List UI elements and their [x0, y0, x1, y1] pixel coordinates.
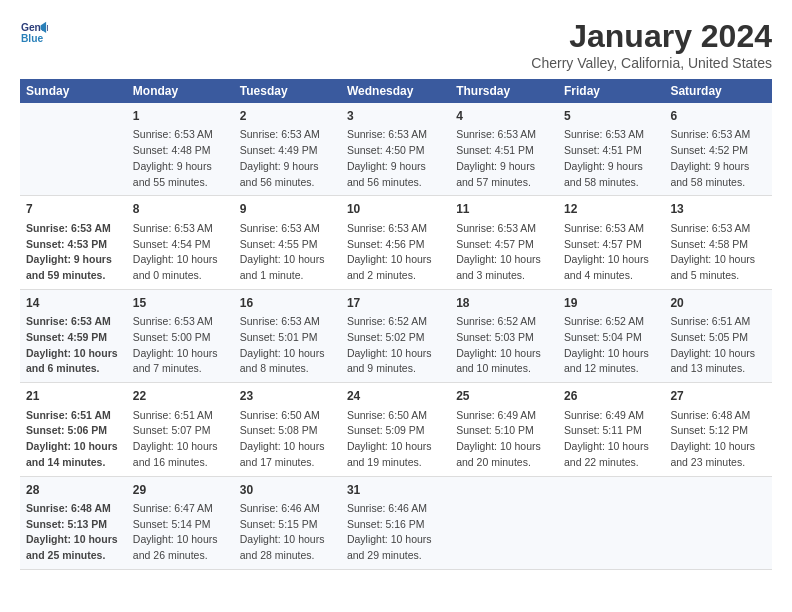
day-info: Sunrise: 6:48 AMSunset: 5:13 PMDaylight:…: [26, 501, 121, 564]
day-info: Sunrise: 6:53 AMSunset: 4:51 PMDaylight:…: [564, 127, 658, 190]
day-cell: 17Sunrise: 6:52 AMSunset: 5:02 PMDayligh…: [341, 289, 450, 382]
day-cell: 4Sunrise: 6:53 AMSunset: 4:51 PMDaylight…: [450, 103, 558, 196]
day-info: Sunrise: 6:53 AMSunset: 4:48 PMDaylight:…: [133, 127, 228, 190]
day-info: Sunrise: 6:50 AMSunset: 5:08 PMDaylight:…: [240, 408, 335, 471]
day-number: 26: [564, 388, 658, 405]
day-number: 11: [456, 201, 552, 218]
day-info: Sunrise: 6:51 AMSunset: 5:05 PMDaylight:…: [670, 314, 766, 377]
day-number: 24: [347, 388, 444, 405]
day-number: 23: [240, 388, 335, 405]
day-cell: 27Sunrise: 6:48 AMSunset: 5:12 PMDayligh…: [664, 383, 772, 476]
day-number: 27: [670, 388, 766, 405]
day-cell: 23Sunrise: 6:50 AMSunset: 5:08 PMDayligh…: [234, 383, 341, 476]
day-cell: 1Sunrise: 6:53 AMSunset: 4:48 PMDaylight…: [127, 103, 234, 196]
week-row-5: 28Sunrise: 6:48 AMSunset: 5:13 PMDayligh…: [20, 476, 772, 569]
day-number: 14: [26, 295, 121, 312]
day-info: Sunrise: 6:53 AMSunset: 4:57 PMDaylight:…: [564, 221, 658, 284]
day-cell: 25Sunrise: 6:49 AMSunset: 5:10 PMDayligh…: [450, 383, 558, 476]
day-info: Sunrise: 6:46 AMSunset: 5:16 PMDaylight:…: [347, 501, 444, 564]
day-cell: 31Sunrise: 6:46 AMSunset: 5:16 PMDayligh…: [341, 476, 450, 569]
day-info: Sunrise: 6:52 AMSunset: 5:02 PMDaylight:…: [347, 314, 444, 377]
day-cell: 29Sunrise: 6:47 AMSunset: 5:14 PMDayligh…: [127, 476, 234, 569]
day-number: 1: [133, 108, 228, 125]
day-cell: [664, 476, 772, 569]
day-info: Sunrise: 6:51 AMSunset: 5:07 PMDaylight:…: [133, 408, 228, 471]
col-header-sunday: Sunday: [20, 79, 127, 103]
day-number: 16: [240, 295, 335, 312]
day-number: 8: [133, 201, 228, 218]
day-cell: 21Sunrise: 6:51 AMSunset: 5:06 PMDayligh…: [20, 383, 127, 476]
day-info: Sunrise: 6:53 AMSunset: 4:58 PMDaylight:…: [670, 221, 766, 284]
day-cell: 15Sunrise: 6:53 AMSunset: 5:00 PMDayligh…: [127, 289, 234, 382]
day-cell: 5Sunrise: 6:53 AMSunset: 4:51 PMDaylight…: [558, 103, 664, 196]
day-number: 18: [456, 295, 552, 312]
day-number: 25: [456, 388, 552, 405]
day-cell: 22Sunrise: 6:51 AMSunset: 5:07 PMDayligh…: [127, 383, 234, 476]
page-container: General Blue January 2024 Cherry Valley,…: [0, 0, 792, 580]
day-number: 22: [133, 388, 228, 405]
day-info: Sunrise: 6:53 AMSunset: 4:49 PMDaylight:…: [240, 127, 335, 190]
day-number: 31: [347, 482, 444, 499]
day-number: 12: [564, 201, 658, 218]
day-cell: 26Sunrise: 6:49 AMSunset: 5:11 PMDayligh…: [558, 383, 664, 476]
day-cell: 2Sunrise: 6:53 AMSunset: 4:49 PMDaylight…: [234, 103, 341, 196]
day-number: 17: [347, 295, 444, 312]
day-number: 20: [670, 295, 766, 312]
week-row-3: 14Sunrise: 6:53 AMSunset: 4:59 PMDayligh…: [20, 289, 772, 382]
week-row-4: 21Sunrise: 6:51 AMSunset: 5:06 PMDayligh…: [20, 383, 772, 476]
day-number: 10: [347, 201, 444, 218]
day-info: Sunrise: 6:53 AMSunset: 4:50 PMDaylight:…: [347, 127, 444, 190]
day-info: Sunrise: 6:53 AMSunset: 4:57 PMDaylight:…: [456, 221, 552, 284]
col-header-thursday: Thursday: [450, 79, 558, 103]
day-cell: 10Sunrise: 6:53 AMSunset: 4:56 PMDayligh…: [341, 196, 450, 289]
day-number: 13: [670, 201, 766, 218]
day-info: Sunrise: 6:52 AMSunset: 5:04 PMDaylight:…: [564, 314, 658, 377]
day-cell: 14Sunrise: 6:53 AMSunset: 4:59 PMDayligh…: [20, 289, 127, 382]
day-cell: 30Sunrise: 6:46 AMSunset: 5:15 PMDayligh…: [234, 476, 341, 569]
day-cell: 7Sunrise: 6:53 AMSunset: 4:53 PMDaylight…: [20, 196, 127, 289]
day-info: Sunrise: 6:53 AMSunset: 5:00 PMDaylight:…: [133, 314, 228, 377]
day-info: Sunrise: 6:53 AMSunset: 4:59 PMDaylight:…: [26, 314, 121, 377]
title-section: January 2024 Cherry Valley, California, …: [531, 18, 772, 71]
day-info: Sunrise: 6:49 AMSunset: 5:11 PMDaylight:…: [564, 408, 658, 471]
col-header-friday: Friday: [558, 79, 664, 103]
col-header-tuesday: Tuesday: [234, 79, 341, 103]
day-cell: 18Sunrise: 6:52 AMSunset: 5:03 PMDayligh…: [450, 289, 558, 382]
day-info: Sunrise: 6:53 AMSunset: 4:53 PMDaylight:…: [26, 221, 121, 284]
day-info: Sunrise: 6:53 AMSunset: 4:52 PMDaylight:…: [670, 127, 766, 190]
day-cell: 9Sunrise: 6:53 AMSunset: 4:55 PMDaylight…: [234, 196, 341, 289]
col-header-wednesday: Wednesday: [341, 79, 450, 103]
day-cell: 28Sunrise: 6:48 AMSunset: 5:13 PMDayligh…: [20, 476, 127, 569]
day-cell: 24Sunrise: 6:50 AMSunset: 5:09 PMDayligh…: [341, 383, 450, 476]
calendar-table: SundayMondayTuesdayWednesdayThursdayFrid…: [20, 79, 772, 570]
day-cell: 13Sunrise: 6:53 AMSunset: 4:58 PMDayligh…: [664, 196, 772, 289]
day-number: 4: [456, 108, 552, 125]
day-info: Sunrise: 6:50 AMSunset: 5:09 PMDaylight:…: [347, 408, 444, 471]
day-cell: 16Sunrise: 6:53 AMSunset: 5:01 PMDayligh…: [234, 289, 341, 382]
day-cell: [20, 103, 127, 196]
day-cell: 6Sunrise: 6:53 AMSunset: 4:52 PMDaylight…: [664, 103, 772, 196]
col-header-monday: Monday: [127, 79, 234, 103]
day-number: 7: [26, 201, 121, 218]
day-number: 21: [26, 388, 121, 405]
logo: General Blue: [20, 18, 48, 46]
day-info: Sunrise: 6:53 AMSunset: 5:01 PMDaylight:…: [240, 314, 335, 377]
day-info: Sunrise: 6:53 AMSunset: 4:54 PMDaylight:…: [133, 221, 228, 284]
day-cell: [450, 476, 558, 569]
day-info: Sunrise: 6:53 AMSunset: 4:55 PMDaylight:…: [240, 221, 335, 284]
day-info: Sunrise: 6:47 AMSunset: 5:14 PMDaylight:…: [133, 501, 228, 564]
day-number: 29: [133, 482, 228, 499]
day-number: 6: [670, 108, 766, 125]
day-info: Sunrise: 6:52 AMSunset: 5:03 PMDaylight:…: [456, 314, 552, 377]
subtitle: Cherry Valley, California, United States: [531, 55, 772, 71]
day-cell: 12Sunrise: 6:53 AMSunset: 4:57 PMDayligh…: [558, 196, 664, 289]
day-info: Sunrise: 6:53 AMSunset: 4:56 PMDaylight:…: [347, 221, 444, 284]
day-cell: [558, 476, 664, 569]
day-number: 28: [26, 482, 121, 499]
day-number: 3: [347, 108, 444, 125]
day-number: 2: [240, 108, 335, 125]
day-cell: 20Sunrise: 6:51 AMSunset: 5:05 PMDayligh…: [664, 289, 772, 382]
day-info: Sunrise: 6:53 AMSunset: 4:51 PMDaylight:…: [456, 127, 552, 190]
day-number: 15: [133, 295, 228, 312]
day-number: 9: [240, 201, 335, 218]
